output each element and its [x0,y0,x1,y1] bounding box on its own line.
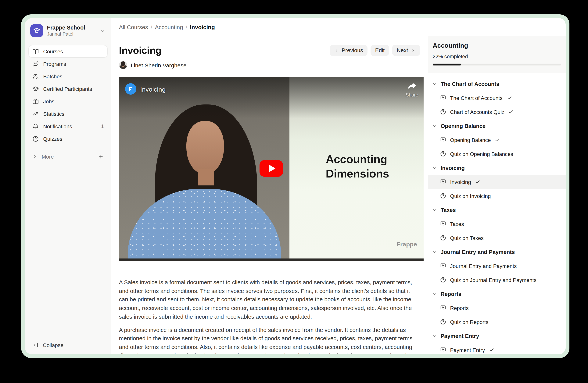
briefcase-icon [32,98,39,105]
sidebar-more-label: More [42,154,54,160]
chevron-down-icon [100,28,106,34]
sidebar-item-courses[interactable]: Courses [29,45,107,57]
breadcrumb-separator: / [151,24,152,30]
check-icon [508,109,514,115]
chapter-title: Payment Entry [441,333,479,339]
edit-button[interactable]: Edit [371,45,389,56]
previous-label: Previous [342,47,363,53]
chevron-down-icon [432,333,437,339]
notification-count-badge: 1 [101,123,104,129]
chapter-the-chart-of-accounts[interactable]: The Chart of Accounts [428,77,566,91]
main-column: All Courses/Accounting/Invoicing Invoici… [111,18,428,354]
video-player[interactable]: Accounting Dimensions Frappe Invoicing [119,77,423,261]
chapter-reports[interactable]: Reports [428,287,566,301]
lesson-opening-balance[interactable]: Opening Balance [428,133,566,147]
check-icon [475,179,481,185]
breadcrumb-separator: / [186,24,187,30]
screen: Frappe School Jannat Patel CoursesProgra… [0,0,588,383]
quiz-quiz-on-opening-balances[interactable]: Quiz on Opening Balances [428,147,566,161]
chapter-invoicing[interactable]: Invoicing [428,161,566,175]
quiz-quiz-on-journal-entry-and-payments[interactable]: Quiz on Journal Entry and Payments [428,273,566,287]
lesson-reports[interactable]: Reports [428,301,566,315]
sidebar-more[interactable]: More [29,151,107,162]
sidebar-item-label: Quizzes [43,136,62,142]
sidebar-item-statistics[interactable]: Statistics [29,108,107,120]
chevron-right-icon [411,48,416,53]
lesson-taxes[interactable]: Taxes [428,217,566,231]
chapter-payment-entry[interactable]: Payment Entry [428,329,566,343]
sidebar-nav: CoursesProgramsBatchesCertified Particip… [29,45,107,145]
play-button[interactable] [259,160,283,177]
workflow-icon [32,60,39,67]
quiz-quiz-on-reports[interactable]: Quiz on Reports [428,315,566,329]
monitor-play-icon [440,347,446,353]
next-button[interactable]: Next [392,45,420,56]
help-circle-icon [440,193,446,199]
sidebar-item-notifications[interactable]: Notifications1 [29,120,107,132]
quiz-quiz-on-taxes[interactable]: Quiz on Taxes [428,231,566,245]
quiz-chart-of-accounts-quiz[interactable]: Chart of Accounts Quiz [428,105,566,119]
plus-icon[interactable] [98,154,104,160]
frappe-avatar-icon[interactable] [125,83,136,95]
bell-icon [32,123,39,130]
lesson-label: Taxes [450,221,464,227]
sidebar: Frappe School Jannat Patel CoursesProgra… [25,18,111,354]
video-top-gradient [119,77,423,118]
lesson-label: Quiz on Invoicing [450,193,491,199]
breadcrumb-accounting[interactable]: Accounting [155,24,183,30]
share-button[interactable]: Share [406,82,418,98]
slide-title: Accounting Dimensions [326,152,389,181]
lesson-actions: Previous Edit Next [330,45,420,56]
share-icon [407,82,417,90]
monitor-play-icon [440,263,446,269]
lesson-label: Reports [450,305,469,311]
chapter-taxes[interactable]: Taxes [428,203,566,217]
monitor-play-icon [440,221,446,227]
workspace-switcher[interactable]: Frappe School Jannat Patel [29,23,107,38]
sidebar-item-programs[interactable]: Programs [29,58,107,70]
help-circle-icon [440,151,446,157]
chapter-title: Opening Balance [441,123,485,129]
help-circle-icon [440,235,446,241]
previous-button[interactable]: Previous [330,45,368,56]
progress-track [433,64,561,65]
edit-label: Edit [375,47,385,53]
help-circle-icon [32,135,39,142]
lesson-payment-entry[interactable]: Payment Entry [428,343,566,354]
collapse-sidebar-button[interactable]: Collapse [29,341,107,349]
course-progress-header: Accounting 22% completed [428,36,566,73]
breadcrumb-all-courses[interactable]: All Courses [119,24,148,30]
sidebar-item-quizzes[interactable]: Quizzes [29,133,107,145]
video-title[interactable]: Invoicing [140,86,166,94]
lesson-journal-entry-and-payments[interactable]: Journal Entry and Payments [428,259,566,273]
sidebar-item-batches[interactable]: Batches [29,70,107,82]
author-row: Linet Sherin Varghese [119,61,420,69]
video-progress-bar[interactable] [119,258,423,261]
chevron-right-icon [32,154,38,159]
book-open-icon [32,48,39,55]
chevron-down-icon [432,207,437,212]
course-title: Accounting [433,42,561,50]
quiz-quiz-on-invoicing[interactable]: Quiz on Invoicing [428,189,566,203]
chevron-down-icon [432,291,437,297]
workspace-subtitle: Jannat Patel [47,31,96,37]
chapter-title: Reports [441,291,462,297]
frappe-watermark: Frappe [397,241,417,248]
chevron-down-icon [432,165,437,171]
sidebar-item-jobs[interactable]: Jobs [29,95,107,107]
chapter-title: Invoicing [441,165,465,171]
help-circle-icon [440,277,446,283]
lesson-invoicing[interactable]: Invoicing [428,175,566,189]
lesson-label: Quiz on Journal Entry and Payments [450,277,536,283]
breadcrumb-invoicing: Invoicing [190,24,215,30]
check-icon [489,347,494,353]
chapter-journal-entry-and-payments[interactable]: Journal Entry and Payments [428,245,566,259]
lesson-label: Invoicing [450,179,471,185]
sidebar-item-certified-participants[interactable]: Certified Participants [29,83,107,95]
progress-label: 22% completed [433,54,561,59]
trending-up-icon [32,110,39,117]
users-icon [32,73,39,80]
chapter-opening-balance[interactable]: Opening Balance [428,119,566,133]
lesson-the-chart-of-accounts[interactable]: The Chart of Accounts [428,91,566,105]
chapter-title: The Chart of Accounts [441,81,499,87]
